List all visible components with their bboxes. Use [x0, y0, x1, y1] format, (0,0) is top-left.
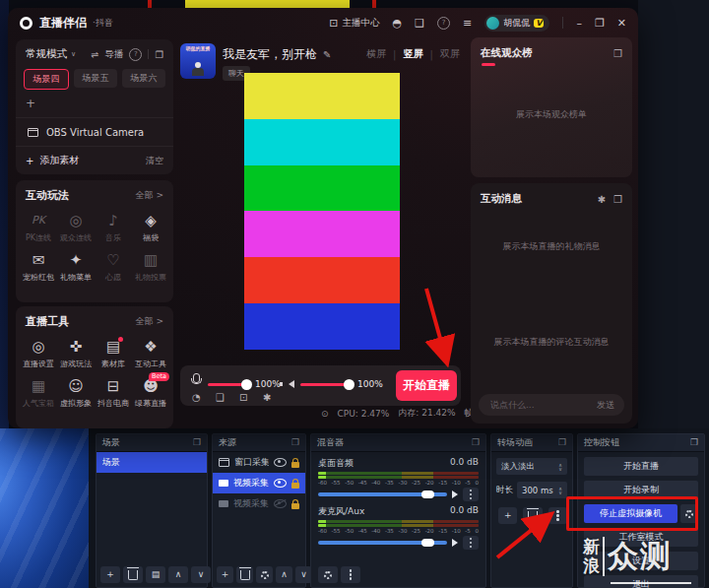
add-transition-button[interactable]: +: [498, 507, 517, 524]
popout-icon[interactable]: ❐: [613, 194, 622, 205]
play-item-wish[interactable]: ♡ 心愿: [95, 251, 132, 283]
start-streaming-button[interactable]: 开始直播: [584, 457, 698, 476]
play-item-pk[interactable]: PK PK连线: [20, 212, 57, 243]
play-item-red-packet[interactable]: ✉ 宠粉红包: [20, 251, 57, 283]
help-icon[interactable]: ?: [437, 17, 450, 30]
add-scene-button[interactable]: +: [26, 97, 45, 110]
speaker-volume-slider[interactable]: [300, 383, 350, 386]
tab-dual[interactable]: 双屏: [440, 47, 460, 61]
tool-item-treasure-box[interactable]: ▦ 人气宝箱: [20, 377, 57, 409]
camera-icon[interactable]: ⊡: [239, 393, 247, 403]
play-item-gift-vote[interactable]: ▥ 礼物投票: [132, 251, 169, 283]
meter-ticks: -60-55-50-45-40-35-30-25-20-15-10-50: [318, 480, 479, 486]
add-source-button[interactable]: +: [217, 566, 233, 583]
move-up-button[interactable]: ∧: [276, 566, 292, 583]
play-item-music[interactable]: ♪ 音乐: [95, 212, 132, 243]
gear-icon[interactable]: ✱: [263, 393, 271, 403]
close-button[interactable]: ✕: [617, 18, 626, 29]
scene-list-item[interactable]: 场景: [97, 452, 207, 473]
send-button[interactable]: 发送: [597, 399, 614, 412]
channel-options-button[interactable]: [463, 536, 479, 550]
lock-icon[interactable]: [291, 483, 299, 489]
message-input[interactable]: [488, 399, 597, 411]
spinner-icon: ∧∨: [558, 463, 562, 471]
popout-icon[interactable]: ❐: [193, 438, 201, 447]
message-icon[interactable]: ❑: [415, 18, 424, 29]
duration-stepper[interactable]: 300 ms ∧∨: [517, 482, 567, 498]
popout-icon[interactable]: ❐: [155, 49, 163, 60]
see-all-link[interactable]: 全部 >: [136, 315, 163, 328]
visibility-icon[interactable]: [274, 479, 287, 488]
mic-slider-knob[interactable]: [241, 379, 252, 390]
source-row-video-device[interactable]: 视频采集 设备: [213, 473, 305, 493]
remove-transition-button[interactable]: [523, 507, 542, 524]
remove-scene-button[interactable]: [123, 566, 143, 583]
transition-select[interactable]: 淡入淡出 ∧∨: [496, 458, 567, 475]
support-icon[interactable]: ◓: [393, 18, 403, 29]
minimize-button[interactable]: –: [576, 18, 582, 29]
tool-item-live-settings[interactable]: ◎ 直播设置: [20, 338, 57, 369]
see-all-link[interactable]: 全部 >: [136, 189, 163, 202]
speaker-icon[interactable]: [452, 490, 458, 498]
advanced-audio-button[interactable]: [318, 566, 338, 583]
tool-item-game-play[interactable]: ✜ 游戏玩法: [57, 338, 95, 369]
tab-portrait[interactable]: 竖屏: [403, 47, 422, 61]
mode-select[interactable]: 常规模式: [26, 47, 67, 61]
microphone-icon[interactable]: [193, 373, 200, 383]
speaker-slider-knob[interactable]: [344, 379, 354, 390]
play-item-audience-link[interactable]: ◎ 观众连线: [57, 212, 95, 243]
tool-item-ecommerce[interactable]: ⊟ 抖音电商: [95, 377, 132, 409]
source-row-window-capture[interactable]: 窗口采集: [213, 452, 305, 473]
remove-source-button[interactable]: [236, 566, 253, 583]
clear-button[interactable]: 清空: [146, 155, 163, 167]
scene-tab-4[interactable]: 场景四: [24, 69, 69, 90]
popout-icon[interactable]: ❐: [613, 48, 622, 59]
gear-icon[interactable]: ✱: [598, 194, 606, 205]
start-live-button[interactable]: 开始直播: [396, 370, 457, 401]
speaker-icon[interactable]: [289, 380, 294, 388]
comment-icon[interactable]: ❑: [216, 393, 225, 403]
tool-item-material-library[interactable]: ▤ 素材库: [95, 338, 132, 369]
add-material-button[interactable]: 添加素材: [39, 154, 79, 167]
anchor-center-button[interactable]: ⊡ 主播中心: [329, 17, 379, 30]
stream-cover-thumbnail: 胡侃的直播: [180, 43, 216, 79]
transition-options-button[interactable]: [548, 507, 567, 524]
timer-icon[interactable]: ◔: [192, 393, 201, 403]
scene-filters-button[interactable]: ▤: [146, 566, 165, 583]
popout-icon[interactable]: ❐: [690, 438, 698, 447]
popout-icon[interactable]: ❐: [291, 438, 299, 447]
scene-tab-6[interactable]: 场景六: [122, 69, 165, 88]
help-icon[interactable]: ?: [129, 48, 142, 61]
mixer-options-button[interactable]: [341, 566, 360, 583]
add-scene-button[interactable]: +: [100, 566, 120, 583]
speaker-icon[interactable]: [452, 539, 458, 547]
edit-icon[interactable]: ✎: [323, 49, 331, 60]
lock-icon[interactable]: [291, 462, 299, 468]
lock-icon[interactable]: [291, 503, 299, 509]
tab-landscape[interactable]: 横屏: [366, 47, 386, 61]
scene-tab-5[interactable]: 场景五: [74, 69, 117, 88]
source-item-obs-virtual-camera[interactable]: OBS Virtual Camera: [16, 118, 173, 147]
visibility-icon[interactable]: [274, 458, 287, 467]
volume-slider[interactable]: [318, 541, 447, 545]
volume-slider[interactable]: [318, 492, 447, 496]
popout-icon[interactable]: ❐: [472, 438, 480, 447]
play-item-gift-menu[interactable]: ✦ 礼物菜单: [57, 251, 95, 283]
director-button[interactable]: 导播: [104, 48, 123, 61]
channel-name: 麦克风/Aux: [318, 505, 364, 518]
menu-icon[interactable]: ≡: [463, 18, 472, 29]
move-down-button[interactable]: ∨: [191, 566, 211, 583]
visibility-off-icon[interactable]: [274, 499, 287, 508]
source-row-video-device-2[interactable]: 视频采集 设备 2: [213, 493, 305, 514]
channel-options-button[interactable]: [463, 488, 479, 501]
user-account[interactable]: 胡侃侃 V: [484, 15, 549, 32]
play-item-lucky-bag[interactable]: ◈ 福袋: [132, 212, 169, 243]
popout-icon[interactable]: ❐: [558, 438, 566, 447]
tool-item-green-screen[interactable]: Beta ☻ 绿幕直播: [132, 377, 169, 409]
move-up-button[interactable]: ∧: [168, 566, 188, 583]
tool-item-interactive-tools[interactable]: ❖ 互动工具: [132, 338, 169, 369]
source-properties-button[interactable]: [256, 566, 273, 583]
tick-label: -20: [425, 480, 434, 486]
maximize-button[interactable]: ❐: [595, 18, 605, 29]
tool-item-virtual-avatar[interactable]: ☺ 虚拟形象: [57, 377, 95, 409]
